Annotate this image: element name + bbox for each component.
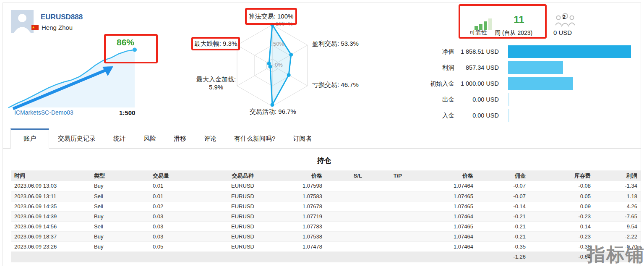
- positions-title: 持仓: [11, 149, 637, 170]
- position-cell: 1.07583: [288, 191, 326, 201]
- stat-row: 利润 857.34 USD: [414, 60, 641, 76]
- stat-bar: [508, 109, 509, 122]
- position-cell: 0.03: [149, 221, 198, 231]
- stat-label: 出金: [414, 96, 454, 104]
- position-cell: -2.22: [594, 231, 641, 241]
- position-cell: EURUSD: [198, 221, 288, 231]
- reliability-bar: [488, 18, 492, 30]
- stat-bar: [508, 61, 563, 74]
- stat-bar: [508, 93, 509, 106]
- position-cell: -0.21: [477, 221, 529, 231]
- stat-value: 0.00 USD: [454, 112, 499, 119]
- tab-7[interactable]: 有什么新闻吗?: [234, 129, 275, 148]
- position-cell: 1.07464: [405, 211, 477, 221]
- position-row: 2023.06.09 13:11Sell0.01EURUSD1.075831.0…: [11, 191, 641, 201]
- signal-title[interactable]: EURUSD888: [41, 13, 83, 21]
- account-stats: 净值 1 858.51 USD 利润 857.34 USD 初始入金 1 000…: [414, 44, 641, 123]
- position-cell: Buy: [91, 231, 149, 241]
- avatar: [11, 10, 34, 33]
- watermark: 指标铺: [587, 242, 644, 267]
- tab-5[interactable]: 滑移: [174, 129, 186, 148]
- position-cell: 0.02: [149, 201, 198, 211]
- stat-bar: [508, 77, 573, 90]
- position-cell: 1.07719: [288, 211, 326, 221]
- position-cell: 1.07783: [288, 221, 326, 231]
- position-cell: Buy: [91, 181, 149, 191]
- weeks-label: 周 (自从 2023): [495, 29, 532, 37]
- position-cell: 1.07465: [405, 201, 477, 211]
- position-cell: 2023.06.09 23:26: [11, 241, 91, 251]
- tab-6[interactable]: 评论: [204, 129, 216, 148]
- col-header: 库存费: [529, 170, 594, 181]
- position-cell: -0.35: [477, 241, 529, 251]
- position-cell: 2023.06.09 14:39: [11, 211, 91, 221]
- total-cell: [326, 251, 365, 262]
- position-cell: 1.07464: [405, 241, 477, 251]
- position-cell: 0.05: [529, 191, 594, 201]
- weeks-count: 11: [506, 14, 532, 26]
- position-cell: 2023.06.09 14:56: [11, 221, 91, 231]
- position-cell: 0.09: [529, 201, 594, 211]
- stat-value: 0.00 USD: [454, 96, 499, 103]
- position-cell: [365, 191, 405, 201]
- position-cell: 9.54: [594, 221, 641, 231]
- col-header: 佣金: [477, 170, 529, 181]
- stat-row: 出金 0.00 USD: [414, 92, 641, 107]
- position-cell: -0.07: [477, 191, 529, 201]
- stat-bar: [508, 45, 631, 58]
- tab-8[interactable]: 订阅者: [293, 129, 312, 148]
- position-row: 2023.06.09 13:03Buy0.01EURUSD1.075981.07…: [11, 181, 641, 191]
- position-cell: [365, 241, 405, 251]
- stat-label: 入金: [414, 112, 454, 120]
- total-cell: [288, 251, 326, 262]
- tab-1[interactable]: 账户: [10, 128, 49, 149]
- position-cell: 1.07538: [288, 231, 326, 241]
- position-cell: [326, 181, 365, 191]
- position-cell: EURUSD: [198, 191, 288, 201]
- radar-label-drawdown: 最大跌幅: 9.3%: [194, 40, 237, 47]
- position-row: 2023.06.09 23:26Buy0.05EURUSD1.074781.07…: [11, 241, 641, 251]
- col-header: 交易量: [149, 170, 198, 181]
- tab-4[interactable]: 风险: [143, 129, 156, 148]
- signal-header: ★ EURUSD888 Heng Zhou 86% ICMarketsSC-De…: [3, 3, 641, 128]
- position-cell: [365, 211, 405, 221]
- tab-2[interactable]: 交易历史记录: [58, 129, 96, 148]
- annotation-box-algo-trading: 算法交易: 100%: [245, 8, 297, 25]
- position-cell: -0.38: [529, 241, 594, 251]
- position-cell: 1.07464: [405, 231, 477, 241]
- col-header: 类型: [91, 170, 149, 181]
- position-row: 2023.06.09 14:56Sell0.03EURUSD1.077831.0…: [11, 221, 641, 231]
- position-row: 2023.06.09 14:35Sell0.02EURUSD1.076781.0…: [11, 201, 641, 211]
- position-cell: 2023.06.09 13:11: [11, 191, 91, 201]
- position-cell: Buy: [91, 241, 149, 251]
- stat-row: 入金 0.00 USD: [414, 107, 641, 123]
- position-cell: 0.03: [149, 211, 198, 221]
- position-cell: [365, 201, 405, 211]
- position-cell: EURUSD: [198, 181, 288, 191]
- tab-3[interactable]: 统计: [113, 129, 126, 148]
- position-cell: -0.14: [477, 201, 529, 211]
- tab-content-account: 持仓 时间类型交易量交易品种价格S/LT/P价格佣金库存费利润2023.06.0…: [3, 149, 641, 262]
- stat-label: 利润: [414, 64, 454, 72]
- broker-link[interactable]: ICMarketsSC-Demo03: [14, 109, 73, 116]
- radar-tick-0: 0%: [275, 62, 283, 68]
- stat-value: 1 858.51 USD: [454, 48, 499, 55]
- reliability-label: 可靠性: [469, 29, 487, 37]
- total-cell: -0.64: [529, 251, 594, 262]
- total-cell: [91, 251, 149, 262]
- position-cell: 1.07678: [288, 201, 326, 211]
- subscribers-count: 2: [563, 14, 566, 20]
- position-cell: 1.07465: [405, 191, 477, 201]
- total-cell: [365, 251, 405, 262]
- author-name[interactable]: Heng Zhou: [42, 24, 73, 31]
- annotation-box-drawdown: 最大跌幅: 9.3%: [191, 37, 240, 50]
- col-header: 交易品种: [198, 170, 288, 181]
- col-header: 利润: [594, 170, 641, 181]
- stat-row: 净值 1 858.51 USD: [414, 44, 641, 60]
- position-cell: Buy: [91, 211, 149, 221]
- radar-label-activity: 交易活动: 96.7%: [250, 108, 296, 116]
- position-cell: Sell: [91, 201, 149, 211]
- position-cell: [365, 231, 405, 241]
- position-cell: 2023.06.09 14:35: [11, 201, 91, 211]
- position-cell: EURUSD: [198, 201, 288, 211]
